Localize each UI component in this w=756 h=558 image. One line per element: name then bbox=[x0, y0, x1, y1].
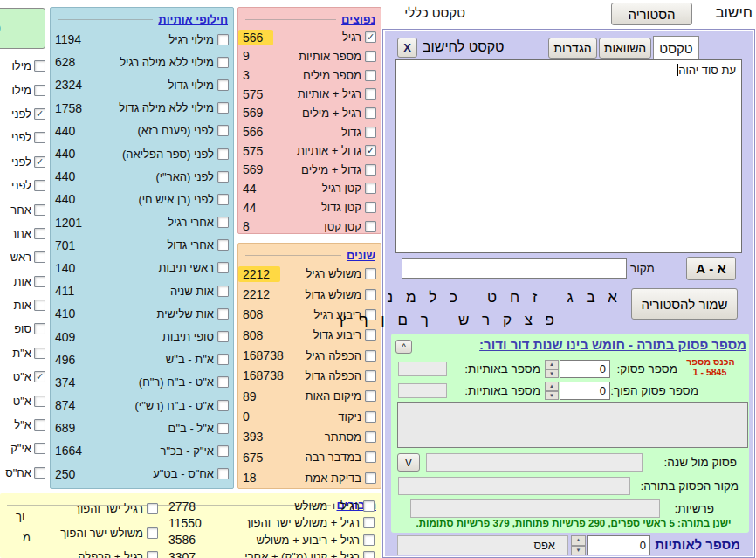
method-checkbox[interactable] bbox=[365, 390, 376, 402]
method-checkbox[interactable] bbox=[217, 423, 229, 434]
tab-settings-button[interactable]: הגדרות bbox=[548, 38, 597, 59]
method-value: 808 bbox=[243, 328, 263, 342]
strip-row-checkbox[interactable] bbox=[34, 371, 45, 382]
gematria-row: א"ט - ב"ח (ר"ח) 374 bbox=[51, 371, 233, 394]
method-checkbox[interactable] bbox=[217, 239, 229, 251]
method-checkbox[interactable] bbox=[365, 183, 376, 194]
method-checkbox[interactable] bbox=[365, 51, 376, 62]
method-label: קטן קטן bbox=[324, 220, 361, 233]
method-checkbox[interactable] bbox=[217, 102, 229, 114]
tab-comparisons-button[interactable]: השוואות bbox=[599, 38, 651, 59]
calculation-text-area[interactable]: עת סוד יהוה bbox=[395, 59, 742, 253]
method-value: 2324 bbox=[55, 78, 82, 92]
method-checkbox[interactable] bbox=[217, 400, 229, 411]
method-checkbox[interactable] bbox=[217, 57, 229, 68]
method-checkbox[interactable] bbox=[217, 376, 229, 388]
method-checkbox[interactable] bbox=[365, 451, 376, 463]
strip-row-checkbox[interactable] bbox=[34, 228, 45, 239]
reverse-verse-number-input[interactable]: 0 bbox=[560, 382, 610, 400]
method-checkbox[interactable] bbox=[217, 445, 229, 457]
tab-text[interactable]: טקסט bbox=[653, 36, 699, 60]
method-checkbox[interactable] bbox=[217, 262, 229, 273]
spin-up-icon[interactable]: ▲ bbox=[571, 535, 586, 546]
method-checkbox[interactable] bbox=[365, 370, 376, 382]
method-checkbox[interactable] bbox=[217, 308, 229, 320]
method-checkbox[interactable] bbox=[147, 503, 158, 514]
strip-row-checkbox[interactable] bbox=[34, 108, 45, 120]
strip-row-checkbox[interactable] bbox=[34, 419, 45, 431]
method-checkbox[interactable] bbox=[147, 551, 158, 558]
reverse-verse-spinner[interactable]: ▲▼ bbox=[545, 382, 559, 400]
method-checkbox[interactable] bbox=[365, 164, 376, 176]
method-checkbox[interactable] bbox=[363, 534, 375, 546]
method-checkbox[interactable] bbox=[363, 500, 375, 512]
gematria-row: משולש רגיל 2212 bbox=[238, 264, 381, 284]
method-checkbox[interactable] bbox=[365, 268, 376, 279]
method-checkbox[interactable] bbox=[365, 431, 376, 443]
strip-row-label: מילו bbox=[11, 59, 31, 72]
spin-up-icon[interactable]: ▲ bbox=[545, 360, 559, 369]
method-checkbox[interactable] bbox=[363, 517, 375, 528]
number-to-letters-input[interactable]: 0 bbox=[587, 535, 650, 555]
number-range-hint: 1 - 5845 bbox=[679, 367, 740, 377]
verse-number-input[interactable]: 0 bbox=[560, 360, 610, 378]
method-label: גדול + אותיות bbox=[297, 144, 361, 157]
collapse-button[interactable]: ^ bbox=[395, 340, 412, 354]
strip-row-checkbox[interactable] bbox=[34, 276, 45, 287]
mark-button[interactable]: סמ bbox=[0, 8, 45, 49]
method-checkbox[interactable] bbox=[217, 468, 229, 479]
gematria-row: אחרי רגיל 1201 bbox=[51, 211, 233, 234]
method-checkbox[interactable] bbox=[365, 411, 376, 423]
method-checkbox[interactable] bbox=[217, 331, 229, 342]
hebrew-latin-toggle-button[interactable]: א - A bbox=[686, 257, 736, 280]
strip-row-checkbox[interactable] bbox=[34, 348, 45, 359]
strip-row-checkbox[interactable] bbox=[34, 396, 45, 407]
close-button[interactable]: X bbox=[397, 38, 417, 58]
method-checkbox[interactable] bbox=[365, 221, 376, 232]
method-checkbox[interactable] bbox=[365, 70, 376, 81]
source-input[interactable] bbox=[402, 258, 627, 279]
strip-row-checkbox[interactable] bbox=[34, 443, 45, 454]
method-checkbox[interactable] bbox=[365, 350, 376, 362]
verse-vs-year-button[interactable]: V bbox=[397, 453, 420, 472]
strip-row-checkbox[interactable] bbox=[34, 60, 45, 72]
method-checkbox[interactable] bbox=[147, 527, 158, 539]
parshiot-display bbox=[410, 499, 660, 518]
method-checkbox[interactable] bbox=[217, 194, 229, 205]
history-button[interactable]: הסטוריה bbox=[611, 3, 692, 25]
method-checkbox[interactable] bbox=[217, 79, 229, 91]
spin-down-icon[interactable]: ▼ bbox=[545, 391, 559, 401]
method-checkbox[interactable] bbox=[365, 88, 376, 100]
method-checkbox[interactable] bbox=[217, 125, 229, 136]
strip-row-checkbox[interactable] bbox=[34, 156, 45, 168]
method-checkbox[interactable] bbox=[217, 286, 229, 297]
strip-row-checkbox[interactable] bbox=[34, 132, 45, 143]
strip-row-checkbox[interactable] bbox=[34, 323, 45, 334]
verse-number-spinner[interactable]: ▲▼ bbox=[545, 360, 559, 378]
strip-row-checkbox[interactable] bbox=[34, 300, 45, 311]
strip-row-checkbox[interactable] bbox=[34, 85, 45, 96]
method-checkbox[interactable] bbox=[365, 472, 376, 484]
method-checkbox[interactable] bbox=[365, 127, 376, 138]
method-checkbox[interactable] bbox=[217, 354, 229, 365]
save-to-history-button[interactable]: שמור להסטוריה bbox=[631, 288, 738, 320]
method-checkbox[interactable] bbox=[217, 217, 229, 228]
spin-down-icon[interactable]: ▼ bbox=[545, 369, 559, 379]
method-checkbox[interactable] bbox=[365, 289, 376, 300]
strip-row-checkbox[interactable] bbox=[34, 204, 45, 216]
spin-down-icon[interactable]: ▼ bbox=[571, 546, 586, 556]
strip-row-checkbox[interactable] bbox=[34, 180, 45, 191]
method-checkbox[interactable] bbox=[217, 171, 229, 183]
spin-up-icon[interactable]: ▲ bbox=[545, 382, 559, 391]
method-checkbox[interactable] bbox=[365, 31, 376, 43]
method-checkbox[interactable] bbox=[217, 34, 229, 45]
method-checkbox[interactable] bbox=[365, 107, 376, 119]
method-checkbox[interactable] bbox=[363, 551, 375, 558]
number-to-letters-spinner[interactable]: ▲▼ bbox=[571, 535, 586, 555]
strip-row-checkbox[interactable] bbox=[34, 467, 45, 479]
method-checkbox[interactable] bbox=[365, 202, 376, 213]
method-checkbox[interactable] bbox=[365, 145, 376, 156]
strip-row-checkbox[interactable] bbox=[34, 251, 45, 263]
method-checkbox[interactable] bbox=[365, 329, 376, 341]
method-checkbox[interactable] bbox=[217, 148, 229, 160]
